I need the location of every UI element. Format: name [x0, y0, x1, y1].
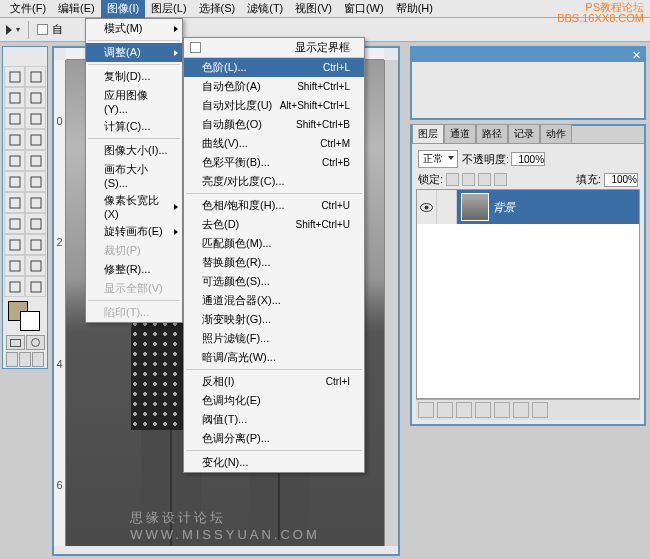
lock-all-icon[interactable] [494, 173, 507, 186]
submenu-item[interactable]: 去色(D)Shift+Ctrl+U [184, 215, 364, 234]
menu-item[interactable]: 图像大小(I)... [86, 141, 182, 160]
menu-item[interactable]: 像素长宽比(X) [86, 191, 182, 222]
submenu-item[interactable]: 暗调/高光(W)... [184, 348, 364, 367]
submenu-item[interactable]: 色调均化(E) [184, 391, 364, 410]
menu-item[interactable]: 画布大小(S)... [86, 160, 182, 191]
folder-icon[interactable] [494, 402, 510, 418]
menu-6[interactable]: 视图(V) [289, 0, 338, 18]
path-tool[interactable] [4, 213, 25, 234]
menu-1[interactable]: 编辑(E) [52, 0, 101, 18]
menu-7[interactable]: 窗口(W) [338, 0, 390, 18]
shape-tool[interactable] [25, 234, 46, 255]
scrollbar-vertical[interactable] [384, 60, 398, 546]
submenu-item[interactable]: 自动颜色(O)Shift+Ctrl+B [184, 115, 364, 134]
submenu-item[interactable]: 自动对比度(U)Alt+Shift+Ctrl+L [184, 96, 364, 115]
eyedrop-tool[interactable] [25, 255, 46, 276]
fill-input[interactable] [604, 173, 638, 187]
menu-item[interactable]: 计算(C)... [86, 117, 182, 136]
standard-mode-icon[interactable] [6, 335, 25, 350]
menu-item[interactable]: 旋转画布(E) [86, 222, 182, 241]
wand-tool[interactable] [25, 87, 46, 108]
tool-dropdown-icon[interactable]: ▾ [16, 25, 20, 34]
screenmode-0-icon[interactable] [6, 352, 18, 367]
panel-tab[interactable]: 记录 [508, 124, 540, 143]
layer-name[interactable]: 背景 [493, 200, 515, 215]
panel-tab[interactable]: 通道 [444, 124, 476, 143]
menu-4[interactable]: 选择(S) [193, 0, 242, 18]
submenu-item[interactable]: 照片滤镜(F)... [184, 329, 364, 348]
panel-tab[interactable]: 动作 [540, 124, 572, 143]
adjustment-icon[interactable] [475, 402, 491, 418]
zoom-tool[interactable] [25, 276, 46, 297]
notes-tool[interactable] [4, 255, 25, 276]
submenu-item[interactable]: 渐变映射(G)... [184, 310, 364, 329]
menu-item[interactable]: 复制(D)... [86, 67, 182, 86]
trash-icon[interactable] [532, 402, 548, 418]
close-icon[interactable]: ✕ [632, 49, 641, 62]
layer-list: 背景 [416, 189, 640, 399]
mask-icon[interactable] [456, 402, 472, 418]
svg-rect-8 [10, 156, 20, 166]
menu-item[interactable]: 调整(A) [86, 43, 182, 62]
menu-2[interactable]: 图像(I) [101, 0, 145, 18]
menu-8[interactable]: 帮助(H) [390, 0, 439, 18]
stamp-tool[interactable] [4, 150, 25, 171]
dodge-tool[interactable] [25, 192, 46, 213]
lasso-tool[interactable] [4, 87, 25, 108]
submenu-item[interactable]: 亮度/对比度(C)... [184, 172, 364, 191]
lock-transparent-icon[interactable] [446, 173, 459, 186]
blend-mode-select[interactable]: 正常 [418, 150, 458, 168]
submenu-item[interactable]: 色彩平衡(B)...Ctrl+B [184, 153, 364, 172]
submenu-item[interactable]: 阈值(T)... [184, 410, 364, 429]
move-tool[interactable] [25, 66, 46, 87]
submenu-item[interactable]: 曲线(V)...Ctrl+M [184, 134, 364, 153]
submenu-item[interactable]: 替换颜色(R)... [184, 253, 364, 272]
submenu-item[interactable]: 色相/饱和度(H)...Ctrl+U [184, 196, 364, 215]
menu-0[interactable]: 文件(F) [4, 0, 52, 18]
screenmode-1-icon[interactable] [19, 352, 31, 367]
watermark-top-right: PS教程论坛 BBS.16XX8.COM [557, 2, 644, 24]
screenmode-2-icon[interactable] [32, 352, 44, 367]
pen-tool[interactable] [4, 234, 25, 255]
new-layer-icon[interactable] [513, 402, 529, 418]
menu-3[interactable]: 图层(L) [145, 0, 192, 18]
brush-tool[interactable] [25, 129, 46, 150]
heal-tool[interactable] [4, 129, 25, 150]
hand-tool[interactable] [4, 276, 25, 297]
quickmask-mode-icon[interactable] [26, 335, 45, 350]
crop-tool[interactable] [4, 108, 25, 129]
submenu-item[interactable]: 色调分离(P)... [184, 429, 364, 448]
background-swatch[interactable] [20, 311, 40, 331]
submenu-item[interactable]: 色阶(L)...Ctrl+L [184, 58, 364, 77]
marquee-tool[interactable] [4, 66, 25, 87]
link-icon[interactable] [418, 402, 434, 418]
layer-thumbnail[interactable] [461, 193, 489, 221]
blur-tool[interactable] [4, 192, 25, 213]
submenu-item[interactable]: 自动色阶(A)Shift+Ctrl+L [184, 77, 364, 96]
layer-row[interactable]: 背景 [417, 190, 639, 224]
submenu-item[interactable]: 反相(I)Ctrl+I [184, 372, 364, 391]
submenu-item[interactable]: 可选颜色(S)... [184, 272, 364, 291]
gradient-tool[interactable] [25, 171, 46, 192]
opacity-input[interactable] [511, 152, 545, 166]
navigator-panel: ✕ [410, 46, 646, 120]
slice-tool[interactable] [25, 108, 46, 129]
lock-image-icon[interactable] [462, 173, 475, 186]
opacity-label: 不透明度: [462, 152, 509, 167]
menu-5[interactable]: 滤镜(T) [241, 0, 289, 18]
type-tool[interactable] [25, 213, 46, 234]
submenu-item[interactable]: 匹配颜色(M)... [184, 234, 364, 253]
submenu-item[interactable]: 通道混合器(X)... [184, 291, 364, 310]
auto-select-checkbox[interactable] [37, 24, 48, 35]
visibility-icon[interactable] [417, 190, 437, 224]
submenu-item[interactable]: 变化(N)... [184, 453, 364, 472]
panel-tab[interactable]: 路径 [476, 124, 508, 143]
menu-item[interactable]: 模式(M) [86, 19, 182, 38]
lock-position-icon[interactable] [478, 173, 491, 186]
panel-tab[interactable]: 图层 [412, 124, 444, 143]
history-tool[interactable] [25, 150, 46, 171]
menu-item[interactable]: 应用图像(Y)... [86, 86, 182, 117]
fx-icon[interactable] [437, 402, 453, 418]
eraser-tool[interactable] [4, 171, 25, 192]
menu-item[interactable]: 修整(R)... [86, 260, 182, 279]
